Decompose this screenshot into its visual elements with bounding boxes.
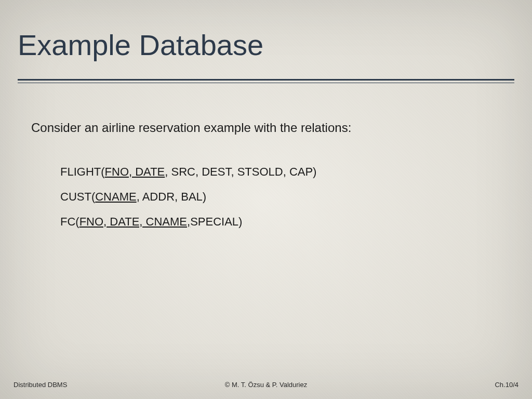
intro-text: Consider an airline reservation example … (31, 121, 501, 135)
slide-content: Consider an airline reservation example … (18, 83, 514, 229)
footer-right: Ch.10/4 (495, 381, 518, 389)
relation-flight-name: FLIGHT (60, 165, 101, 178)
slide-footer: Distributed DBMS © M. T. Özsu & P. Valdu… (0, 381, 532, 389)
relation-cust-name: CUST (60, 190, 91, 203)
relation-fc: FC(FNO, DATE, CNAME,SPECIAL) (60, 215, 501, 229)
slide-title: Example Database (18, 29, 514, 61)
title-rule-thick (18, 79, 514, 81)
footer-left: Distributed DBMS (14, 381, 67, 389)
relation-flight: FLIGHT(FNO, DATE, SRC, DEST, STSOLD, CAP… (60, 165, 501, 179)
relations-block: FLIGHT(FNO, DATE, SRC, DEST, STSOLD, CAP… (31, 165, 501, 229)
relation-cust: CUST(CNAME, ADDR, BAL) (60, 190, 501, 204)
relation-cust-key: CNAME (95, 190, 136, 203)
relation-flight-key: FNO, DATE (105, 165, 165, 178)
relation-fc-rest: SPECIAL) (190, 215, 242, 228)
relation-flight-rest: , SRC, DEST, STSOLD, CAP) (165, 165, 316, 178)
relation-fc-name: FC (60, 215, 75, 228)
footer-center: © M. T. Özsu & P. Valduriez (225, 381, 307, 389)
slide: Example Database Consider an airline res… (0, 0, 532, 399)
relation-cust-rest: , ADDR, BAL) (137, 190, 206, 203)
relation-fc-key: FNO, DATE, CNAME, (79, 215, 191, 228)
